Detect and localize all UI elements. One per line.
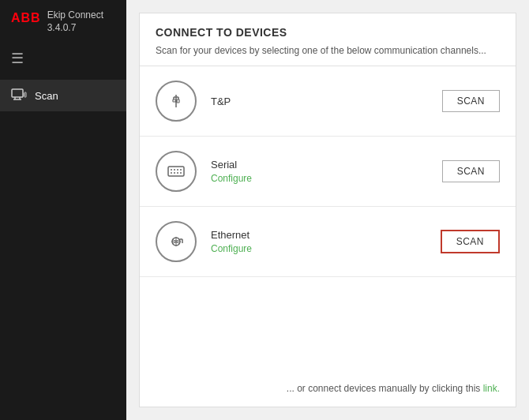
footer-row: ... or connect devices manually by click… — [140, 370, 516, 407]
channel-info-ethernet: Ethernet Configure — [211, 229, 426, 254]
svg-point-20 — [174, 172, 175, 174]
svg-point-17 — [177, 169, 178, 171]
svg-rect-13 — [177, 99, 179, 103]
panel-header: CONNECT TO DEVICES Scan for your devices… — [140, 13, 516, 66]
svg-point-16 — [174, 169, 175, 171]
svg-point-21 — [177, 172, 178, 174]
svg-point-28 — [182, 242, 183, 243]
channel-info-serial: Serial Configure — [211, 159, 428, 184]
hamburger-menu[interactable]: ☰ — [0, 42, 126, 75]
scan-button-ethernet[interactable]: SCAN — [441, 230, 500, 253]
panel-subtitle: Scan for your devices by selecting one o… — [156, 45, 500, 56]
scan-button-tap[interactable]: SCAN — [442, 90, 500, 112]
svg-point-15 — [171, 169, 172, 171]
channel-row-tap: T&P SCAN — [140, 66, 516, 137]
sidebar-item-label-scan: Scan — [35, 90, 58, 102]
panel: CONNECT TO DEVICES Scan for your devices… — [139, 13, 516, 407]
channel-name-ethernet: Ethernet — [211, 229, 426, 241]
sidebar-header: ABB Ekip Connect 3.4.0.7 — [0, 0, 126, 42]
abb-logo: ABB — [11, 11, 41, 25]
channel-row-ethernet: Ethernet Configure SCAN — [140, 207, 516, 277]
svg-point-18 — [180, 169, 182, 171]
monitor-icon — [11, 88, 27, 103]
svg-point-19 — [171, 172, 172, 174]
serial-configure-link[interactable]: Configure — [211, 173, 428, 184]
scan-button-serial[interactable]: SCAN — [442, 160, 500, 182]
sidebar: ABB Ekip Connect 3.4.0.7 ☰ Scan — [0, 0, 126, 420]
svg-point-22 — [180, 172, 182, 174]
ethernet-configure-link[interactable]: Configure — [211, 243, 426, 254]
app-name: Ekip Connect 3.4.0.7 — [47, 9, 103, 34]
serial-icon — [156, 151, 197, 192]
channel-name-tap: T&P — [211, 96, 428, 107]
sidebar-nav: Scan — [0, 80, 126, 111]
footer-text: ... or connect devices manually by click… — [287, 383, 480, 394]
svg-rect-4 — [24, 92, 26, 97]
channel-info-tap: T&P — [211, 96, 428, 107]
usb-icon — [156, 81, 197, 122]
manual-connect-link[interactable]: link. — [483, 383, 500, 394]
sidebar-item-scan[interactable]: Scan — [0, 80, 126, 111]
ethernet-icon — [156, 221, 197, 262]
channel-row-serial: Serial Configure SCAN — [140, 137, 516, 207]
svg-rect-14 — [168, 167, 184, 176]
svg-rect-0 — [12, 89, 23, 97]
panel-title: CONNECT TO DEVICES — [156, 26, 500, 39]
main-content: CONNECT TO DEVICES Scan for your devices… — [126, 0, 529, 420]
channel-name-serial: Serial — [211, 159, 428, 171]
